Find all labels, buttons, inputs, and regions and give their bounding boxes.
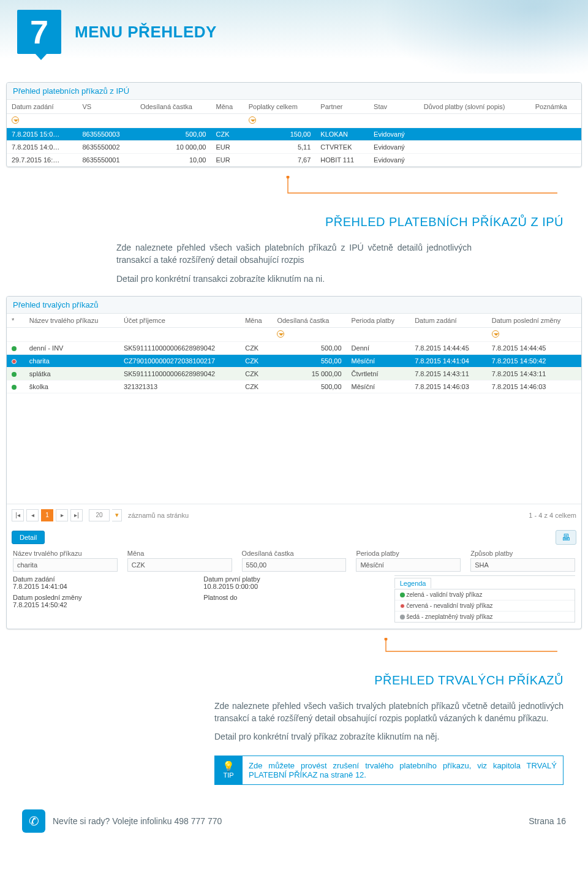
column-header[interactable]: Perioda platby [347,314,410,328]
table-cell [419,141,530,154]
print-button[interactable]: 🖶 [556,530,576,545]
status-cell [7,341,24,354]
table-cell: 7.8.2015 14:44:45 [410,341,487,354]
table-cell: 550,00 [272,354,346,367]
column-header[interactable]: Poplatky celkem [244,100,316,114]
screenshot-ipu-orders: Přehled platebních příkazů z IPÚ Datum z… [6,82,582,167]
column-header[interactable]: * [7,314,24,328]
table-cell: 10 000,00 [135,141,211,154]
field-value: 7.8.2015 14:41:04 [13,583,194,590]
table-cell: KLOKAN [315,128,369,141]
table-row[interactable]: denní - INVSK5911110000006628989042CZK50… [7,341,581,354]
column-header[interactable]: Měna [240,314,272,328]
table-cell: 7.8.2015 14:43:11 [487,367,581,380]
table-cell: splátka [24,367,119,380]
filter-icon[interactable] [249,116,256,124]
tip-text: Zde můžete provést zrušení trvalého plat… [243,756,564,785]
column-header[interactable]: Poznámka [530,100,581,114]
status-dot-icon [12,372,17,377]
filter-icon[interactable] [277,330,284,338]
phone-icon: ✆ [22,809,45,833]
filter-icon[interactable] [12,116,19,124]
detail-button[interactable]: Detail [12,531,45,544]
tip-label: TIP [223,771,233,779]
column-header[interactable]: Stav [369,100,419,114]
table-row[interactable]: 7.8.2015 15:0…8635550003500,00CZK150,00K… [7,128,581,141]
field-label: Perioda platby [356,550,461,557]
paragraph: Zde naleznete přehled všech vašich trval… [214,700,564,725]
table-cell [530,128,581,141]
pager-next-button[interactable]: ▸ [56,509,68,521]
table-cell: Evidovaný [369,128,419,141]
table-cell: HOBIT 111 [315,154,369,167]
column-header[interactable]: Partner [315,100,369,114]
table-row[interactable]: 29.7.2015 16:…863555000110,00EUR7,67HOBI… [7,154,581,167]
field-value: SHA [470,558,575,572]
tip-badge: 💡 TIP [214,756,243,785]
field-label: Název trvalého příkazu [13,550,118,557]
page-size-dropdown-icon[interactable]: ▾ [112,509,122,521]
column-header[interactable]: VS [77,100,135,114]
table-row[interactable]: charitaCZ7901000000272038100217CZK550,00… [7,354,581,367]
pager-first-button[interactable]: |◂ [12,509,24,521]
table-cell: 321321313 [119,380,240,393]
table-cell: 7.8.2015 14:44:45 [487,341,581,354]
column-header[interactable]: Důvod platby (slovní popis) [419,100,530,114]
svg-point-1 [385,638,388,641]
table-row[interactable]: splátkaSK5911110000006628989042CZK15 000… [7,367,581,380]
chapter-title: MENU PŘEHLEDY [75,23,217,42]
page-footer: ✆ Nevíte si rady? Volejte infolinku 498 … [0,785,588,847]
table-cell: SK5911110000006628989042 [119,367,240,380]
table-cell: 15 000,00 [272,367,346,380]
table-cell: 7.8.2015 14:46:03 [410,380,487,393]
table-cell: 500,00 [272,341,346,354]
status-cell [7,354,24,367]
table-cell: CZK [240,354,272,367]
table-cell: školka [24,380,119,393]
filter-icon[interactable] [492,330,499,338]
table-cell: EUR [211,141,243,154]
ipu-orders-table: Datum zadáníVSOdesílaná častkaMěnaPoplat… [7,100,581,167]
table-cell: 7.8.2015 14:43:11 [410,367,487,380]
field-value [203,601,384,615]
callout-arrow-icon [6,638,582,662]
page-header: 7 MENU PŘEHLEDY [0,0,588,74]
table-row[interactable]: 7.8.2015 14:0…863555000210 000,00EUR5,11… [7,141,581,154]
table-cell: 7.8.2015 14:0… [7,141,77,154]
column-header[interactable]: Účet příjemce [119,314,240,328]
table-cell [419,128,530,141]
pager-prev-button[interactable]: ◂ [26,509,39,521]
table-cell: 8635550003 [77,128,135,141]
legend-text: červená - nevalidní trvalý příkaz [406,602,492,609]
table-cell [530,141,581,154]
table-cell: CTVRTEK [315,141,369,154]
table-cell: CZK [240,380,272,393]
page-size-value[interactable]: 20 [89,509,110,521]
table-cell: Evidovaný [369,141,419,154]
chapter-number-badge: 7 [17,10,61,54]
table-row[interactable]: školka321321313CZK500,00Měsíční7.8.2015 … [7,380,581,393]
field-label: Odesílaná častka [242,550,347,557]
field-value: CZK [127,558,232,572]
section-text-standing: Zde naleznete přehled všech vašich trval… [0,692,588,746]
status-cell [7,380,24,393]
status-dot-icon [12,359,17,364]
table-cell: 7.8.2015 15:0… [7,128,77,141]
table-cell: 500,00 [272,380,346,393]
pager-last-button[interactable]: ▸| [70,509,83,521]
table-cell: 29.7.2015 16:… [7,154,77,167]
pager-current-page[interactable]: 1 [41,509,53,521]
legend-dot-grey-icon [400,615,405,619]
table-cell: 8635550001 [77,154,135,167]
field-value: 550,00 [242,558,347,572]
column-header[interactable]: Datum zadání [410,314,487,328]
legend-text: šedá - zneplatněný trvalý příkaz [406,613,492,620]
column-header[interactable]: Měna [211,100,243,114]
column-header[interactable]: Odesílaná častka [135,100,211,114]
column-header[interactable]: Název trvalého příkazu [24,314,119,328]
legend-box: Legenda zelená - validní trvalý příkaz č… [394,575,575,623]
paragraph: Zde naleznete přehled všech vašich plate… [116,241,472,267]
column-header[interactable]: Datum poslední změny [487,314,581,328]
column-header[interactable]: Datum zadání [7,100,77,114]
column-header[interactable]: Odesílaná častka [272,314,346,328]
